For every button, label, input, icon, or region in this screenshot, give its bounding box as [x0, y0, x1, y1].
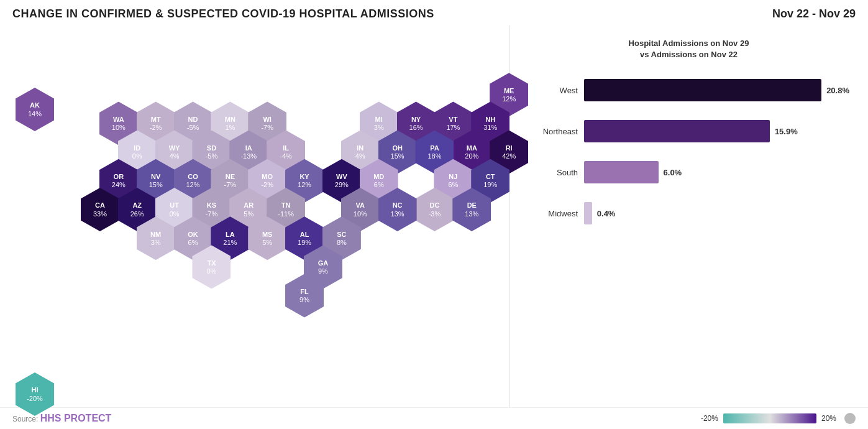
- state-value: 13%: [465, 210, 478, 218]
- state-value: 0%: [206, 267, 216, 275]
- page-title: CHANGE IN CONFIRMED & SUSPECTED COVID-19…: [12, 7, 434, 21]
- state-abbr: CO: [188, 173, 198, 181]
- bar-value: 20.8%: [826, 86, 849, 95]
- state-value: 12%: [298, 181, 311, 188]
- state-abbr: NV: [151, 173, 160, 181]
- state-value: -2%: [261, 181, 273, 188]
- bar-container: 6.0%: [584, 161, 849, 183]
- state-abbr: AL: [300, 231, 309, 239]
- bar-chart: West20.8%Northeast15.9%South6.0%Midwest0…: [528, 79, 849, 224]
- legend-gradient: [723, 413, 816, 423]
- state-value: 10%: [112, 124, 126, 131]
- state-abbr: LA: [226, 231, 235, 239]
- state-value: 21%: [223, 239, 237, 246]
- bar: [584, 79, 821, 101]
- state-abbr: MA: [467, 144, 477, 152]
- state-abbr: AZ: [132, 201, 142, 210]
- state-abbr: WI: [263, 116, 271, 124]
- bar-value: 6.0%: [664, 168, 682, 177]
- state-abbr: WY: [169, 144, 180, 152]
- state-value: 1%: [225, 124, 235, 131]
- footer: Source: HHS PROTECT -20% 20%: [0, 407, 868, 429]
- bar-container: 0.4%: [584, 202, 849, 224]
- bar: [584, 202, 592, 224]
- state-abbr: NJ: [449, 173, 457, 181]
- state-abbr: MI: [375, 116, 383, 124]
- map-section: ME12%VT17%NH31%WA10%MT-2%ND-5%MN1%WI-7%M…: [0, 25, 509, 407]
- state-value: 15%: [391, 152, 404, 160]
- bar-container: 20.8%: [584, 79, 849, 101]
- state-value: 9%: [299, 296, 309, 303]
- bar-row: Northeast15.9%: [528, 120, 849, 142]
- state-abbr: MT: [151, 116, 161, 124]
- state-abbr: AK: [30, 101, 40, 109]
- hex-map: ME12%VT17%NH31%WA10%MT-2%ND-5%MN1%WI-7%M…: [6, 32, 491, 386]
- state-abbr: MN: [225, 116, 235, 124]
- state-abbr: MO: [262, 173, 273, 181]
- state-abbr: KY: [299, 173, 309, 181]
- state-abbr: NH: [485, 116, 495, 124]
- state-value: -5%: [206, 152, 218, 160]
- state-value: 6%: [374, 181, 384, 188]
- state-abbr: ND: [188, 116, 198, 124]
- state-value: -7%: [224, 181, 237, 188]
- state-abbr: OR: [114, 173, 124, 181]
- state-value: 0%: [170, 210, 180, 218]
- state-value: 13%: [391, 210, 404, 218]
- source-attribution: Source: HHS PROTECT: [12, 413, 111, 424]
- region-label: West: [528, 86, 578, 95]
- bar-row: South6.0%: [528, 161, 849, 183]
- state-abbr: PA: [430, 144, 439, 152]
- state-value: -2%: [150, 124, 162, 131]
- state-abbr: CA: [95, 201, 105, 210]
- state-abbr: RI: [506, 144, 513, 152]
- state-value: 8%: [337, 239, 347, 246]
- state-value: 0%: [132, 152, 142, 160]
- region-label: South: [528, 168, 578, 177]
- state-abbr: TX: [207, 259, 216, 267]
- legend-max: 20%: [821, 414, 836, 423]
- state-abbr: FL: [300, 288, 308, 296]
- state-value: 24%: [112, 181, 126, 188]
- state-value: 19%: [483, 181, 497, 188]
- bar: [584, 120, 770, 142]
- state-abbr: HI: [32, 386, 39, 394]
- state-value: -20%: [27, 395, 43, 402]
- chart-section: Hospital Admissions on Nov 29 vs Admissi…: [509, 25, 868, 407]
- state-value: 16%: [409, 124, 423, 131]
- legend-min: -20%: [701, 414, 718, 423]
- state-value: 42%: [502, 152, 516, 160]
- state-abbr: OK: [188, 231, 198, 239]
- state-abbr: CT: [486, 173, 495, 181]
- state-hex-isolated: AK14%: [16, 88, 54, 131]
- state-abbr: ME: [504, 87, 514, 95]
- state-abbr: SC: [337, 231, 346, 239]
- bar-value: 0.4%: [597, 209, 616, 218]
- state-abbr: WV: [336, 173, 347, 181]
- state-abbr: SD: [207, 144, 216, 152]
- state-value: 12%: [502, 95, 516, 103]
- bar-container: 15.9%: [584, 120, 849, 142]
- state-abbr: IN: [357, 144, 363, 152]
- bar-row: West20.8%: [528, 79, 849, 101]
- state-value: -11%: [278, 210, 294, 218]
- state-value: 3%: [151, 239, 161, 246]
- state-value: 4%: [170, 152, 180, 160]
- bar: [584, 161, 659, 183]
- state-abbr: NE: [226, 173, 235, 181]
- color-legend: -20% 20%: [701, 413, 856, 424]
- state-abbr: WA: [113, 116, 124, 124]
- state-abbr: UT: [170, 201, 179, 210]
- state-value: 6%: [188, 239, 198, 246]
- state-abbr: DE: [467, 201, 477, 210]
- state-abbr: NC: [393, 201, 403, 210]
- state-abbr: IA: [245, 144, 252, 152]
- state-value: 26%: [130, 210, 144, 218]
- state-abbr: MD: [373, 173, 384, 181]
- legend-circle: [844, 413, 856, 424]
- state-value: 20%: [465, 152, 478, 160]
- region-label: Northeast: [528, 127, 578, 136]
- state-abbr: NY: [411, 116, 421, 124]
- state-value: 3%: [374, 124, 384, 131]
- bar-row: Midwest0.4%: [528, 202, 849, 224]
